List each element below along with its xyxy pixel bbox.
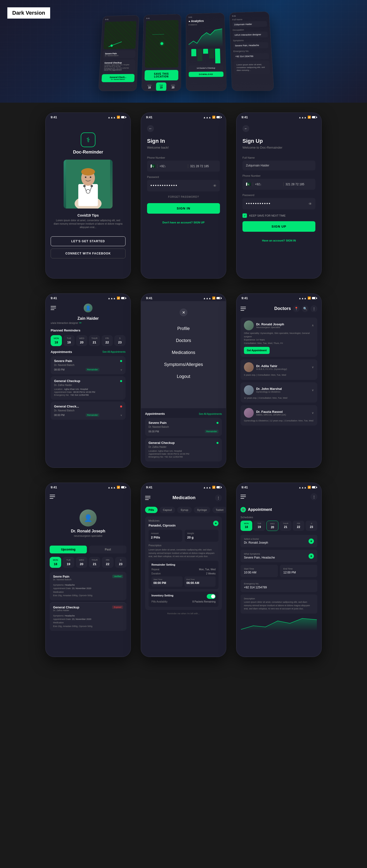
menu-item-symptoms[interactable]: Symptoms/Allergies [164,362,203,367]
forget-password-link[interactable]: FORGET PASSWORD? [147,195,220,198]
chevron-icon-1[interactable]: ∨ [120,368,122,371]
hamburger-detail[interactable] [50,493,57,501]
hamburger-line-2 [51,308,56,308]
chevron-doctor-2[interactable]: ∨ [312,366,314,369]
detail-cal-fri[interactable]: FRI 22 [102,557,113,568]
med-tab-pills[interactable]: Pills [145,507,158,513]
signup-button[interactable]: SIGN UP [243,221,315,232]
see-all-2[interactable]: See All Appointments [199,413,222,415]
chevron-icon-3[interactable]: ∨ [120,414,122,416]
pills-row: Pills Availablity 8 Packets Remaining [151,600,216,603]
med-tab-syrup[interactable]: Syrup [177,507,192,513]
detail-cal-thu[interactable]: THUR 21 [89,557,100,568]
signal-icon-med: ▲▲▲ [203,486,211,489]
menu-item-profile[interactable]: Profile [177,326,190,331]
hamburger-appt[interactable] [241,493,248,501]
menu-item-logout[interactable]: Logout [177,374,190,379]
doctor-card-1: Dr. Ronald Joseph Neurosurgeon Specialis… [241,317,317,357]
cal-day-sat[interactable]: S 23 [114,335,125,346]
signin-title: Sign In [147,138,220,144]
cal-day-mon[interactable]: MON 18 [51,335,62,346]
doctor-select-plus[interactable]: + [309,538,314,544]
password-dots-signup: ••••••••••• [246,201,271,206]
keep-save-checkbox[interactable]: ✓ [243,213,247,218]
signin-link-text[interactable]: SIGN IN [286,239,296,242]
menu-item-medications[interactable]: Medications [172,350,195,355]
start-time-field[interactable]: Start Time 10:00 AM [241,565,278,577]
get-appointment-btn-1[interactable]: Get Appointment [244,347,270,354]
symptom-label: What Symptoms [244,553,275,555]
back-button-signin[interactable]: ← [147,125,154,132]
more-med-icon[interactable]: ⋮ [215,495,222,501]
hamburger-button[interactable] [51,304,58,312]
cal-num-sat: 23 [115,341,124,344]
location-icon[interactable]: 📍 [293,305,300,312]
appt-cal-fri[interactable]: FRI 22 [292,521,304,531]
cal-day-fri[interactable]: FRI 22 [102,335,113,346]
med-tabs: Pills Capsul Syrup Syringe Tablet [145,507,222,513]
doctor-card-4: Dr. Fauzia Rasool MBBS, MRCOG, DFSRH (UK… [241,405,317,426]
more-icon[interactable]: ⋮ [310,305,317,312]
detail-cal-sat[interactable]: S 23 [115,557,126,568]
appt-section-header-2: Appointments See All Appointments [145,412,222,415]
close-menu-button[interactable]: ✕ [179,308,188,316]
status-icons-detail: ▲▲▲ 📶 [108,486,125,489]
med-tab-tablet[interactable]: Tablet [213,507,226,513]
password-field-signup[interactable]: ••••••••••• 👁 [243,198,315,210]
get-started-button[interactable]: LET'S GET STARTED [51,236,125,246]
select-doctor-field[interactable]: Select a Doctor Dr. Ronald Joseph + [241,535,317,547]
detail-cal-wed[interactable]: WED 20 [76,557,87,568]
wifi-icon-doctors: 📶 [308,297,311,300]
detail-cal-mon[interactable]: MON 18 [50,557,61,568]
med-add-button[interactable]: + [213,521,219,526]
see-all-button[interactable]: See All Appointments [102,350,125,353]
signup-link-text[interactable]: SIGN UP [194,221,204,224]
doctor-profile-section: 👤 Dr. Ronald Joseph neurosurgeon special… [50,504,126,542]
prescription-text: Lorem ipsum dolor sit amet, consetetur s… [148,548,219,558]
med-tab-capsul[interactable]: Capsul [160,507,175,513]
symptom-plus[interactable]: + [309,553,314,559]
appt-cal-mon[interactable]: MON 18 [241,521,252,531]
emergency-field[interactable]: Emergency No. +92 314 1254789 [241,580,317,592]
desc-label: Description [244,597,314,600]
tab-past[interactable]: Past [89,546,126,553]
med-card: Medicines Panadol, Ciproxin + Amount 2 P… [145,517,222,610]
med-tab-syringe[interactable]: Syringe [194,507,210,513]
edit-icon[interactable]: ✏ [79,321,82,324]
search-icon-doctors[interactable]: 🔍 [302,305,309,312]
symptom-field[interactable]: What Symptoms Severe Pain, Headache + [241,550,317,562]
phone-field-signup[interactable]: 🇵🇰 +92↓ 321 28 72 185 [243,179,315,190]
eye-icon-signup[interactable]: 👁 [309,202,312,206]
hamburger-doctors[interactable] [241,305,248,313]
chevron-doctor-1[interactable]: ∧ [312,323,314,327]
appt-cal-wed[interactable]: WED 20 [266,521,279,531]
facebook-button[interactable]: CONNECT WITH FACEBOOK [51,249,125,258]
signin-button[interactable]: SIGN IN [147,203,220,214]
more-appt-icon[interactable]: ⋮ [310,493,317,500]
hamburger-med[interactable] [145,494,153,502]
cal-day-wed[interactable]: WED 20 [76,335,87,346]
appt-title-2: General Checkup [54,379,80,383]
chevron-doctor-3[interactable]: ∨ [312,389,314,392]
splash-title: Doc-Reminder [73,150,103,155]
cal-day-thu[interactable]: THUR 21 [89,335,100,346]
password-field[interactable]: •••••••••••• 👁 [147,180,220,191]
fullname-field[interactable]: Zulqurnain Haider [243,161,315,170]
end-time-field[interactable]: End Time 12:00 PM [280,565,317,577]
appt-menu-time-1: 06:00 PM [148,430,159,433]
appt-cal-sat[interactable]: S 23 [306,521,317,531]
appt-cal-tue[interactable]: TUE 19 [253,521,265,531]
inventory-toggle[interactable] [207,594,216,599]
chevron-doctor-4[interactable]: ∨ [312,411,314,414]
cal-day-tue[interactable]: TUE 19 [63,335,75,346]
appt-cal-thu[interactable]: THUR 21 [280,521,291,531]
tab-upcoming[interactable]: Upcoming [50,546,87,553]
toggle-knob [211,594,215,598]
detail-cal-tue[interactable]: TUE 19 [63,557,74,568]
verified-badge: Verified [112,575,123,578]
phone-field[interactable]: 🇵🇰 +92↓ 321 28 72 185 [147,161,220,172]
eye-icon[interactable]: 👁 [213,184,217,188]
back-button-signup[interactable]: ← [243,125,249,132]
status-time-menu: 9:41 [146,296,152,300]
menu-item-doctors[interactable]: Doctors [176,338,191,343]
